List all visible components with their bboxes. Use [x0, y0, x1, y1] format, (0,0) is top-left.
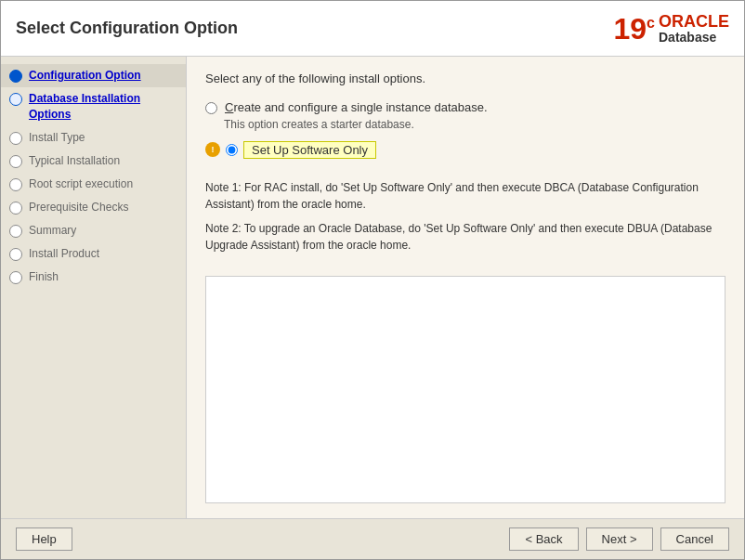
- back-button[interactable]: < Back: [509, 527, 578, 551]
- sidebar-item-root-script-execution: Root script execution: [1, 173, 186, 196]
- footer-right: < Back Next > Cancel: [509, 527, 729, 551]
- step-icon-1: [8, 69, 23, 84]
- step-icon-3: [8, 131, 23, 146]
- option1-label[interactable]: Create and configure a single instance d…: [225, 100, 488, 114]
- sidebar-item-database-installation-options[interactable]: Database Installation Options: [1, 87, 186, 126]
- page-title: Select Configuration Option: [16, 19, 238, 38]
- sidebar-item-typical-installation: Typical Installation: [1, 150, 186, 173]
- notes-section: Note 1: For RAC install, do 'Set Up Soft…: [205, 179, 725, 261]
- option1-underline: C: [225, 100, 233, 114]
- cancel-button[interactable]: Cancel: [660, 527, 729, 551]
- sidebar-label-summary: Summary: [29, 223, 76, 239]
- oracle-text: ORACLE: [659, 13, 729, 30]
- oracle-product: Database: [659, 30, 716, 45]
- help-button[interactable]: Help: [16, 527, 72, 551]
- circle-inactive-9: [9, 271, 22, 284]
- main-body: Configuration Option Database Installati…: [1, 57, 744, 518]
- bottom-text-area: [205, 276, 725, 503]
- sidebar-label-root-script-execution: Root script execution: [29, 176, 133, 192]
- step-icon-6: [8, 201, 23, 215]
- oracle-brand: ORACLE Database: [659, 13, 729, 45]
- option2-label[interactable]: Set Up Software Only: [243, 143, 376, 157]
- sidebar-label-configuration-option: Configuration Option: [29, 68, 141, 84]
- sidebar-label-finish: Finish: [29, 269, 59, 285]
- option2-radio[interactable]: [226, 144, 238, 156]
- sidebar-item-install-product: Install Product: [1, 242, 186, 266]
- note1: Note 1: For RAC install, do 'Set Up Soft…: [205, 179, 725, 213]
- oracle-version: 19c: [614, 14, 656, 44]
- sidebar-label-typical-installation: Typical Installation: [29, 153, 120, 169]
- tip-icon: !: [205, 142, 220, 157]
- sidebar-item-prerequisite-checks: Prerequisite Checks: [1, 196, 186, 219]
- footer-left: Help: [16, 527, 72, 551]
- sidebar-label-prerequisite-checks: Prerequisite Checks: [29, 200, 128, 215]
- circle-inactive-4: [9, 155, 22, 168]
- option1-sublabel: This option creates a starter database.: [224, 118, 725, 131]
- note2: Note 2: To upgrade an Oracle Database, d…: [205, 220, 725, 254]
- option1-row: Create and configure a single instance d…: [205, 100, 725, 114]
- step-icon-2: [8, 92, 23, 107]
- step-icon-5: [8, 177, 23, 192]
- circle-inactive-8: [9, 248, 22, 261]
- circle-active: [9, 93, 22, 106]
- sidebar-label-database-installation-options: Database Installation Options: [29, 91, 178, 123]
- circle-inactive-6: [9, 202, 22, 215]
- sidebar-item-configuration-option[interactable]: Configuration Option: [1, 64, 186, 87]
- header: Select Configuration Option 19c ORACLE D…: [1, 1, 744, 57]
- step-icon-4: [8, 154, 23, 169]
- sidebar-item-finish: Finish: [1, 266, 186, 289]
- circle-inactive-7: [9, 225, 22, 238]
- footer: Help < Back Next > Cancel: [1, 518, 744, 559]
- sidebar-item-summary: Summary: [1, 219, 186, 242]
- option2-row: ! Set Up Software Only: [205, 142, 725, 157]
- sidebar-label-install-product: Install Product: [29, 246, 99, 262]
- option1-radio[interactable]: [205, 102, 217, 114]
- oracle-logo: 19c ORACLE Database: [614, 13, 730, 45]
- circle-inactive: [9, 132, 22, 145]
- step-icon-7: [8, 224, 23, 239]
- main-window: Select Configuration Option 19c ORACLE D…: [0, 0, 745, 560]
- next-button[interactable]: Next >: [586, 527, 653, 551]
- sidebar: Configuration Option Database Installati…: [1, 57, 187, 518]
- sidebar-item-install-type: Install Type: [1, 126, 186, 150]
- circle-current: [9, 70, 22, 83]
- option2-label-text: Set Up Software Only: [243, 141, 376, 159]
- step-icon-9: [8, 270, 23, 285]
- circle-inactive-5: [9, 178, 22, 191]
- content-panel: Select any of the following install opti…: [187, 57, 744, 518]
- content-intro: Select any of the following install opti…: [205, 72, 725, 85]
- option1-text-rest: reate and configure a single instance da…: [233, 100, 487, 114]
- sidebar-label-install-type: Install Type: [29, 130, 85, 146]
- step-icon-8: [8, 247, 23, 262]
